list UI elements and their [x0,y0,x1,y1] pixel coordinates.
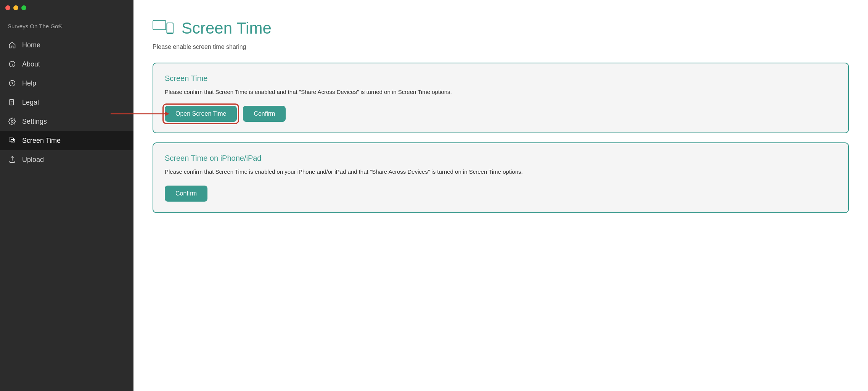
help-icon [8,79,17,88]
svg-point-4 [12,85,12,85]
page-header: Screen Time [153,19,849,37]
card-1-description: Please confirm that Screen Time is enabl… [165,87,837,97]
screen-time-header-icon [153,19,174,37]
sidebar-item-legal[interactable]: Legal [0,93,133,112]
legal-icon [8,98,17,107]
card-2-description: Please confirm that Screen Time is enabl… [165,167,837,176]
svg-rect-11 [11,140,15,142]
card-2-actions: Confirm [165,186,837,202]
sidebar-item-screen-time-label: Screen Time [22,137,61,145]
sidebar-item-home[interactable]: Home [0,36,133,55]
settings-icon [8,117,17,126]
home-icon [8,40,17,50]
card-2-title: Screen Time on iPhone/iPad [165,154,837,163]
sidebar-item-help-label: Help [22,79,36,87]
sidebar-item-about-label: About [22,60,40,68]
sidebar-nav: Home About Help Legal [0,36,133,169]
maximize-button[interactable] [21,5,26,10]
card-1-actions: Open Screen Time Confirm [165,106,837,122]
title-bar [0,0,133,15]
card-1-title: Screen Time [165,74,837,83]
sidebar-item-upload-label: Upload [22,156,44,164]
sidebar-brand: Surveys On The Go® [0,15,133,36]
upload-icon [8,155,17,164]
sidebar-item-home-label: Home [22,41,40,49]
screen-time-card: Screen Time Please confirm that Screen T… [153,63,849,133]
screen-time-icon [8,136,17,145]
svg-rect-13 [153,20,166,29]
iphone-ipad-card: Screen Time on iPhone/iPad Please confir… [153,142,849,213]
close-button[interactable] [5,5,10,10]
confirm-button-1[interactable]: Confirm [243,106,286,122]
sidebar-item-settings-label: Settings [22,118,47,126]
sidebar: Surveys On The Go® Home About [0,0,133,391]
sidebar-item-about[interactable]: About [0,55,133,74]
page-title: Screen Time [182,19,272,37]
page-subtitle: Please enable screen time sharing [153,44,849,50]
confirm-button-2[interactable]: Confirm [165,186,207,202]
main-content: Screen Time Please enable screen time sh… [133,0,868,391]
sidebar-item-screen-time[interactable]: Screen Time [0,131,133,150]
svg-point-9 [11,121,13,123]
sidebar-item-help[interactable]: Help [0,74,133,93]
svg-point-2 [12,63,13,63]
minimize-button[interactable] [13,5,18,10]
sidebar-item-settings[interactable]: Settings [0,112,133,131]
open-screen-time-button[interactable]: Open Screen Time [165,106,237,122]
info-icon [8,60,17,69]
sidebar-item-legal-label: Legal [22,99,39,107]
sidebar-item-upload[interactable]: Upload [0,150,133,169]
